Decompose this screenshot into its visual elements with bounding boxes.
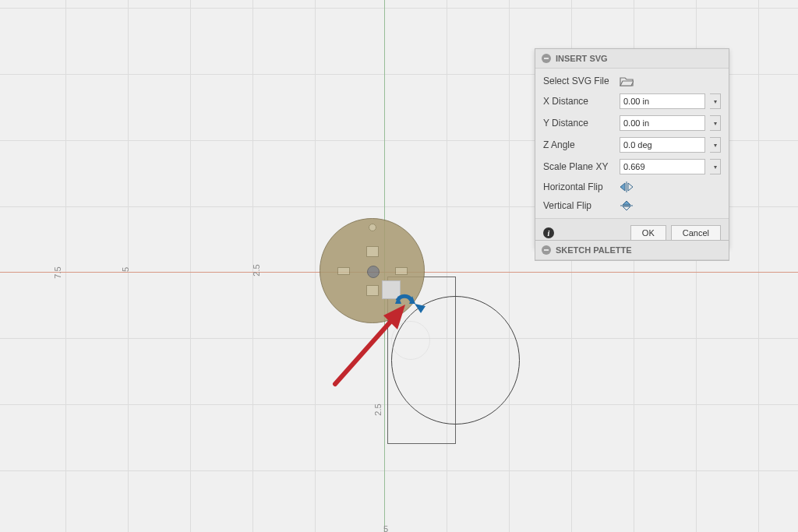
axis-tick-25b: 2.5	[373, 403, 383, 415]
svg-marker-8	[623, 201, 630, 205]
transform-gizmo[interactable]	[390, 288, 421, 319]
insert-svg-panel: INSERT SVG Select SVG File X Distance 0.…	[535, 48, 729, 248]
svg-marker-2	[415, 304, 425, 313]
y-distance-input[interactable]: 0.00 in	[620, 115, 705, 131]
collapse-icon[interactable]	[542, 54, 551, 63]
folder-open-icon[interactable]	[620, 75, 634, 87]
guide-circle-small	[391, 321, 430, 360]
expand-icon[interactable]	[542, 245, 551, 255]
svg-marker-6	[628, 183, 633, 191]
cancel-button[interactable]: Cancel	[671, 225, 721, 241]
axis-tick-25: 2.5	[252, 264, 261, 276]
scale-dropdown[interactable]: ▾	[710, 159, 721, 174]
horizontal-flip-icon[interactable]	[620, 181, 634, 193]
vertical-flip-icon[interactable]	[620, 199, 634, 212]
ok-button[interactable]: OK	[630, 225, 666, 241]
row-y-distance: Y Distance 0.00 in ▾	[535, 112, 729, 134]
info-icon[interactable]: i	[543, 227, 554, 238]
panel-header[interactable]: INSERT SVG	[535, 49, 729, 69]
y-distance-label: Y Distance	[543, 118, 615, 129]
svg-marker-5	[620, 183, 625, 191]
axis-tick-5b: 5	[383, 524, 388, 532]
sketch-palette-panel: SKETCH PALETTE	[535, 240, 729, 261]
rotate-scale-handle-icon[interactable]	[394, 293, 430, 321]
z-angle-label: Z Angle	[543, 139, 615, 150]
select-file-label: Select SVG File	[543, 76, 615, 86]
row-horizontal-flip: Horizontal Flip	[535, 178, 729, 196]
y-distance-dropdown[interactable]: ▾	[710, 115, 721, 131]
row-z-angle: Z Angle 0.0 deg ▾	[535, 134, 729, 156]
x-distance-input[interactable]: 0.00 in	[620, 93, 705, 109]
h-flip-label: Horizontal Flip	[543, 181, 615, 192]
panel-body: Select SVG File X Distance 0.00 in ▾ Y D…	[535, 69, 729, 218]
x-distance-label: X Distance	[543, 96, 615, 107]
axis-tick-5a: 5	[121, 267, 130, 272]
row-x-distance: X Distance 0.00 in ▾	[535, 90, 729, 112]
z-angle-input[interactable]: 0.0 deg	[620, 137, 705, 153]
v-flip-label: Vertical Flip	[543, 200, 615, 211]
z-angle-dropdown[interactable]: ▾	[710, 137, 721, 153]
row-scale: Scale Plane XY 0.669 ▾	[535, 156, 729, 178]
axis-tick-75: 7.5	[53, 266, 62, 278]
scale-input[interactable]: 0.669	[620, 159, 705, 174]
panel-title: INSERT SVG	[556, 54, 608, 63]
row-select-svg-file: Select SVG File	[535, 72, 729, 90]
x-distance-dropdown[interactable]: ▾	[710, 93, 721, 109]
scale-label: Scale Plane XY	[543, 161, 615, 172]
row-vertical-flip: Vertical Flip	[535, 196, 729, 215]
svg-marker-9	[623, 206, 630, 210]
sketch-palette-title: SKETCH PALETTE	[556, 245, 632, 255]
sketch-palette-header[interactable]: SKETCH PALETTE	[535, 241, 729, 260]
